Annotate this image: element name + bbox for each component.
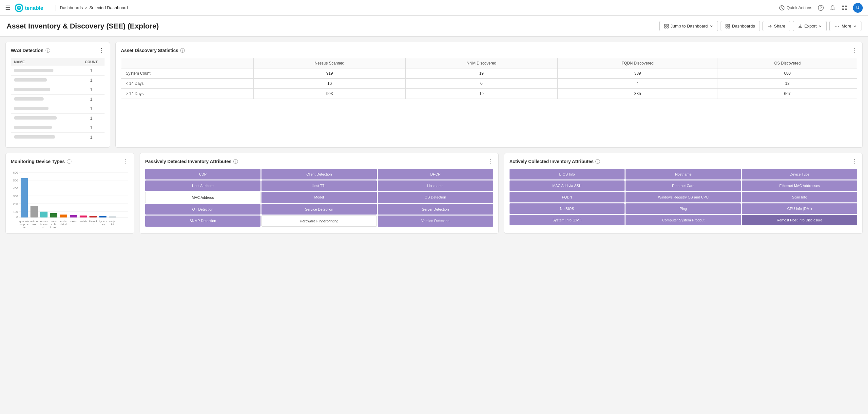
- blurred-name: [14, 78, 47, 82]
- was-name-cell: [11, 66, 78, 76]
- svg-rect-11: [845, 8, 847, 10]
- monitoring-info-icon[interactable]: i: [67, 159, 71, 164]
- more-button[interactable]: More: [829, 21, 862, 31]
- active-attr-cell[interactable]: BIOS Info: [509, 169, 625, 180]
- stat-label: System Count: [121, 68, 254, 78]
- export-button[interactable]: Export: [793, 21, 827, 31]
- was-col-name: NAME: [11, 58, 78, 66]
- active-attr-cell[interactable]: Scan Info: [742, 192, 857, 202]
- svg-point-21: [837, 26, 838, 27]
- breadcrumb-current: Selected Dashboard: [89, 5, 128, 10]
- active-attr-cell[interactable]: Ethernet MAC Addresses: [742, 181, 857, 191]
- stat-col-header: NNM Discovered: [406, 58, 558, 68]
- passive-attr-cell[interactable]: Server Detection: [378, 204, 493, 215]
- share-button[interactable]: Share: [763, 21, 790, 31]
- svg-rect-17: [728, 24, 730, 26]
- passive-attr-cell[interactable]: MAC Address: [145, 192, 260, 203]
- was-count-cell: 1: [78, 123, 104, 133]
- export-label: Export: [804, 24, 817, 29]
- active-attr-cell[interactable]: Device Type: [742, 169, 857, 180]
- asset-discovery-info-icon[interactable]: i: [180, 48, 185, 53]
- passive-attr-cell[interactable]: Hardware Fingerprinting: [261, 216, 377, 227]
- apps-grid-icon[interactable]: [841, 5, 848, 11]
- blurred-name: [14, 88, 50, 91]
- was-col-count: COUNT: [78, 58, 104, 66]
- active-attr-cell[interactable]: Ethernet Card: [625, 181, 741, 191]
- svg-rect-10: [842, 8, 844, 10]
- was-menu-icon[interactable]: ⋮: [99, 47, 104, 53]
- active-attr-cell[interactable]: Hostname: [625, 169, 741, 180]
- active-attr-cell[interactable]: CPU Info (DMI): [742, 203, 857, 214]
- dashboards-icon: [725, 24, 730, 29]
- svg-rect-41: [60, 215, 67, 218]
- passive-attr-cell[interactable]: Host Attribute: [145, 181, 260, 191]
- jump-to-dashboard-button[interactable]: Jump to Dashboard: [659, 21, 718, 31]
- svg-text:hyperv: hyperv: [99, 220, 107, 223]
- passively-detected-card: Passively Detected Inventory Attributes …: [140, 153, 499, 233]
- passive-attr-cell[interactable]: Hostname: [378, 181, 493, 191]
- was-info-icon[interactable]: i: [45, 48, 50, 53]
- active-attr-cell[interactable]: MAC Add via SSH: [509, 181, 625, 191]
- active-attr-cell[interactable]: System Info (DMI): [509, 215, 625, 225]
- passive-attr-cell[interactable]: Version Detection: [378, 216, 493, 227]
- hamburger-menu[interactable]: ☰: [5, 4, 10, 11]
- nav-separator: |: [54, 4, 56, 11]
- user-avatar[interactable]: U: [853, 3, 863, 13]
- svg-point-22: [838, 26, 839, 27]
- help-icon[interactable]: ?: [817, 5, 824, 11]
- active-attr-cell[interactable]: Windows Registry OS and CPU: [625, 192, 741, 202]
- page-header: Asset Inventory & Discovery (SEE) (Explo…: [0, 16, 868, 37]
- passively-info-icon[interactable]: i: [233, 159, 238, 164]
- blurred-name: [14, 69, 54, 72]
- passive-attr-cell[interactable]: Host TTL: [261, 181, 377, 191]
- passive-attr-cell[interactable]: Model: [261, 192, 377, 203]
- stat-nnm: 0: [406, 78, 558, 89]
- stat-col-header: [121, 58, 254, 68]
- passive-attr-cell[interactable]: SNMP Detection: [145, 216, 260, 227]
- asset-discovery-menu-icon[interactable]: ⋮: [851, 47, 857, 53]
- blurred-name: [14, 97, 43, 100]
- breadcrumb-parent[interactable]: Dashboards: [60, 5, 83, 10]
- asset-discovery-title-row: Asset Discovery Statistics i: [121, 48, 185, 53]
- active-attr-cell[interactable]: Remost Host Info Disclosure: [742, 215, 857, 225]
- svg-text:firewal: firewal: [89, 220, 97, 223]
- passively-menu-icon[interactable]: ⋮: [487, 159, 493, 164]
- active-attr-cell[interactable]: NetBIOS: [509, 203, 625, 214]
- passive-attr-cell[interactable]: OS Detection: [378, 192, 493, 203]
- actively-collected-grid: BIOS InfoHostnameDevice TypeMAC Add via …: [509, 169, 858, 225]
- passive-attr-cell[interactable]: OT Detection: [145, 204, 260, 215]
- breadcrumb-sep: >: [85, 5, 88, 10]
- share-icon: [767, 24, 772, 29]
- actively-info-icon[interactable]: i: [595, 159, 600, 164]
- svg-rect-19: [728, 27, 730, 28]
- monitoring-menu-icon[interactable]: ⋮: [123, 159, 129, 164]
- monitoring-header: Monitoring Device Types i ⋮: [11, 159, 129, 164]
- notifications-icon[interactable]: [829, 5, 836, 11]
- was-name-cell: [11, 76, 78, 85]
- logo: tenable: [14, 3, 51, 12]
- passive-attr-cell[interactable]: Service Detection: [261, 204, 377, 215]
- svg-text:dded: dded: [61, 223, 66, 226]
- more-dots-icon: [834, 24, 839, 29]
- stat-nessus: 16: [254, 78, 406, 89]
- stat-col-header: OS Discovered: [718, 58, 857, 68]
- quick-actions-button[interactable]: Quick Actions: [779, 5, 812, 10]
- was-count-cell: 1: [78, 85, 104, 95]
- stat-os: 680: [718, 68, 857, 78]
- chart-area: 600 500 400 300 200 100 0: [11, 169, 129, 228]
- passive-attr-cell[interactable]: DHCP: [378, 169, 493, 180]
- svg-rect-14: [664, 27, 666, 28]
- svg-text:embe: embe: [60, 220, 67, 223]
- dashboards-button[interactable]: Dashboards: [720, 21, 760, 31]
- passive-attr-cell[interactable]: Client Detection: [261, 169, 377, 180]
- svg-text:600: 600: [13, 171, 18, 174]
- export-icon: [798, 24, 803, 29]
- actively-menu-icon[interactable]: ⋮: [851, 159, 857, 164]
- passive-attr-cell[interactable]: CDP: [145, 169, 260, 180]
- svg-rect-38: [30, 206, 38, 218]
- active-attr-cell[interactable]: Ping: [625, 203, 741, 214]
- active-attr-cell[interactable]: FQDN: [509, 192, 625, 202]
- stat-col-header: FQDN Discovered: [557, 58, 718, 68]
- active-attr-cell[interactable]: Computer System Prodcut: [625, 215, 741, 225]
- nav-left: ☰ tenable | Dashboards > Selected Dashbo…: [5, 3, 128, 12]
